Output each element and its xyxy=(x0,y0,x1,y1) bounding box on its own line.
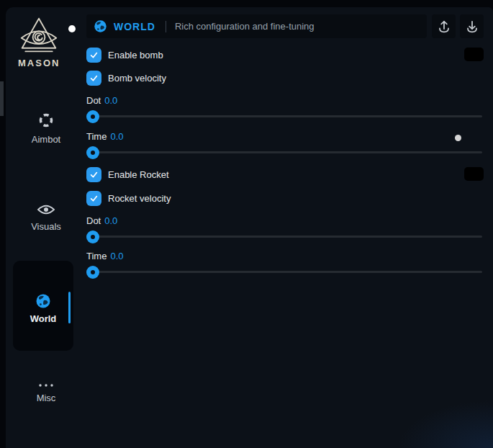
slider-thumb[interactable] xyxy=(86,266,99,279)
slider-thumb[interactable] xyxy=(86,110,99,123)
upload-icon xyxy=(437,19,451,34)
import-config-button[interactable] xyxy=(460,14,484,38)
slider-track[interactable] xyxy=(88,236,482,238)
slider-value: 0.0 xyxy=(110,251,123,261)
slider-caption: Time0.0 xyxy=(86,131,484,142)
slider-track[interactable] xyxy=(88,115,482,117)
page-subtitle: Rich configuration and fine-tuning xyxy=(175,21,315,32)
slider-value: 0.0 xyxy=(110,131,123,142)
slider-label: Dot xyxy=(86,95,101,106)
sidebar-item-visuals[interactable]: Visuals xyxy=(6,203,86,232)
checkbox-label: Enable Rocket xyxy=(108,169,169,180)
bomb-time-slider: Time0.0 xyxy=(86,131,484,160)
export-config-button[interactable] xyxy=(432,14,456,38)
slider-caption: Dot0.0 xyxy=(86,95,484,106)
check-icon xyxy=(89,73,99,83)
check-icon xyxy=(89,50,99,60)
cursor-dot xyxy=(68,25,76,32)
ellipsis-icon xyxy=(37,383,55,387)
slider-caption: Time0.0 xyxy=(86,251,484,261)
app-window: MASON Aimbot Visuals Wo xyxy=(6,7,493,448)
brand-name: MASON xyxy=(18,58,60,68)
check-icon xyxy=(89,194,99,203)
sidebar-item-label: Visuals xyxy=(31,221,61,232)
row-rocket-velocity: Rocket velocity xyxy=(86,190,484,206)
eye-pyramid-logo-icon xyxy=(19,16,59,55)
slider-value: 0.0 xyxy=(104,215,117,226)
sidebar-item-world[interactable]: World xyxy=(13,261,73,351)
slider-track[interactable] xyxy=(88,151,482,153)
active-tab-indicator xyxy=(68,292,71,323)
slider-caption: Dot0.0 xyxy=(86,215,484,226)
page-title: WORLD xyxy=(114,21,155,32)
checkbox-label: Bomb velocity xyxy=(108,73,166,84)
globe-icon xyxy=(35,293,51,309)
globe-icon xyxy=(94,19,107,33)
sidebar-item-aimbot[interactable]: Aimbot xyxy=(6,112,86,145)
row-enable-rocket: Enable Rocket xyxy=(86,166,484,182)
slider-thumb[interactable] xyxy=(86,230,99,243)
rocket-velocity-checkbox[interactable] xyxy=(86,191,101,206)
row-enable-bomb: Enable bomb xyxy=(86,47,484,63)
rocket-dot-slider: Dot0.0 xyxy=(86,215,484,244)
bomb-velocity-checkbox[interactable] xyxy=(86,71,101,86)
sidebar-item-label: Aimbot xyxy=(32,134,60,145)
slider-value: 0.0 xyxy=(104,95,117,106)
check-icon xyxy=(89,170,99,179)
stray-dot xyxy=(455,135,461,141)
eye-icon xyxy=(37,203,55,216)
slider-label: Time xyxy=(86,131,107,142)
sidebar: MASON Aimbot Visuals Wo xyxy=(6,7,86,448)
crosshair-icon xyxy=(37,112,55,129)
brand-logo: MASON xyxy=(18,16,60,68)
sidebar-item-label: Misc xyxy=(37,393,56,403)
download-icon xyxy=(465,19,479,34)
header-divider xyxy=(166,21,166,32)
enable-bomb-checkbox[interactable] xyxy=(86,48,101,63)
rocket-color-swatch[interactable] xyxy=(464,167,484,181)
slider-track[interactable] xyxy=(88,271,482,273)
slider-thumb[interactable] xyxy=(86,146,99,159)
sidebar-item-label: World xyxy=(30,313,57,324)
window-edge-notch xyxy=(0,81,4,116)
sidebar-item-misc[interactable]: Misc xyxy=(6,383,86,403)
rocket-time-slider: Time0.0 xyxy=(86,251,484,279)
checkbox-label: Rocket velocity xyxy=(108,193,171,204)
slider-label: Dot xyxy=(86,215,101,226)
enable-rocket-checkbox[interactable] xyxy=(86,167,101,182)
main-panel: WORLD Rich configuration and fine-tuning xyxy=(86,14,484,418)
bomb-color-swatch[interactable] xyxy=(464,48,484,61)
slider-label: Time xyxy=(86,251,107,261)
page-header: WORLD Rich configuration and fine-tuning xyxy=(86,14,427,38)
bomb-dot-slider: Dot0.0 xyxy=(86,95,484,124)
checkbox-label: Enable bomb xyxy=(108,50,163,61)
row-bomb-velocity: Bomb velocity xyxy=(86,70,484,86)
